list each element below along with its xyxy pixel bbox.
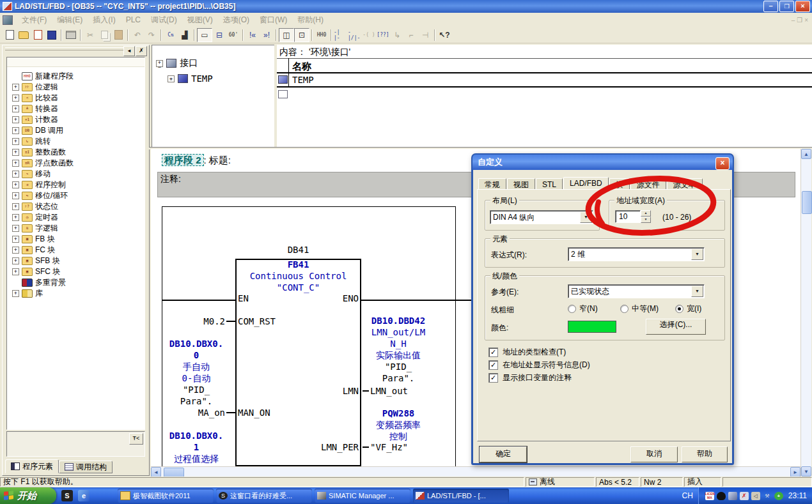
tree-item-status-bits[interactable]: ⊦?状态位 — [7, 201, 144, 212]
operand-text[interactable]: LMN_out — [370, 386, 408, 396]
expand-icon[interactable] — [12, 257, 19, 264]
interface-comment-checkbox[interactable]: 显示接口变量的注释 — [488, 372, 572, 383]
cut-icon[interactable]: ✂ — [83, 29, 97, 42]
pin-lmn-per[interactable]: LMN_PER — [302, 442, 359, 452]
network-tray-icon[interactable] — [728, 492, 737, 500]
name-column-header[interactable]: 名称 — [292, 61, 311, 73]
tree-item-fb-blocks[interactable]: ▣FB 块 — [7, 234, 144, 245]
tree-item-sfb-blocks[interactable]: ▣SFB 块 — [7, 256, 144, 266]
connector-icon[interactable]: ⊣ — [418, 29, 432, 42]
tab-call-structure[interactable]: 调用结构 — [59, 461, 113, 473]
expand-icon[interactable] — [12, 214, 19, 221]
pin-com-rst[interactable]: COM_RST — [238, 316, 276, 326]
expand-icon[interactable] — [12, 84, 19, 91]
tree-item-timers[interactable]: ◷定时器 — [7, 212, 144, 223]
tree-item-program-control[interactable]: ⇉程序控制 — [7, 179, 144, 190]
menu-insert[interactable]: 插入(I) — [88, 13, 120, 27]
spin-down-icon[interactable]: ▼ — [641, 217, 651, 223]
interface-root-row[interactable]: − 接口 — [156, 57, 275, 70]
save-source-icon[interactable] — [31, 29, 45, 42]
tree-item-counter[interactable]: +1计数器 — [7, 114, 144, 125]
operand-text[interactable]: "VF_Hz" — [370, 442, 408, 452]
expand-icon[interactable] — [12, 268, 19, 275]
open-branch-icon[interactable]: ↳ — [390, 29, 404, 42]
menu-debug[interactable]: 调试(D) — [146, 13, 182, 27]
palette-close-icon[interactable]: ✗ — [136, 46, 147, 56]
collapse-icon[interactable]: − — [156, 60, 163, 67]
taskbar-item-simatic-manager[interactable]: SIMATIC Manager ... — [315, 489, 410, 503]
tree-item-libraries[interactable]: 库 — [7, 288, 144, 299]
expand-icon[interactable] — [12, 247, 19, 254]
tools-tray-icon[interactable]: ⚒ — [763, 492, 772, 500]
tree-item-integer-math[interactable]: ±I整数函数 — [7, 147, 144, 158]
close-branch-icon[interactable]: ⌐ — [404, 29, 418, 42]
tab-lad-fbd[interactable]: LAD/FBD — [563, 177, 609, 190]
menu-view[interactable]: 视图(V) — [182, 13, 218, 27]
tree-item-move[interactable]: ↷移动 — [7, 169, 144, 179]
color-swatch[interactable] — [568, 321, 616, 333]
check-blocks-icon[interactable]: C⇅ — [164, 29, 178, 42]
language-indicator[interactable]: CH — [677, 491, 698, 500]
menu-window[interactable]: 窗口(W) — [254, 13, 292, 27]
horizontal-scrollbar[interactable]: ◄ ► — [151, 466, 800, 477]
checkbox-checked-icon[interactable] — [488, 347, 498, 357]
tree-item-new-network[interactable]: HH0新建程序段 — [7, 71, 144, 82]
redo-icon[interactable]: ↷ — [144, 29, 159, 42]
quicklaunch-s-icon[interactable]: S — [61, 490, 73, 501]
db-instance-label[interactable]: DB41 — [235, 245, 361, 255]
network-label[interactable]: 程序段 2 — [162, 154, 204, 166]
tree-item-converter[interactable]: ≙转换器 — [7, 103, 144, 114]
tree-item-sfc-blocks[interactable]: ▣SFC 块 — [7, 266, 144, 277]
expand-icon[interactable] — [12, 236, 19, 243]
pin-en[interactable]: EN — [238, 293, 249, 303]
qq-tray-icon[interactable] — [717, 492, 726, 500]
expand-icon[interactable] — [12, 127, 19, 134]
symbol-info-checkbox[interactable]: 在地址处显示符号信息(D) — [488, 360, 590, 370]
taskbar-item-screenshot-app[interactable]: 极智截图软件2011 — [118, 489, 214, 503]
radio-wide[interactable]: 宽(I) — [675, 303, 701, 314]
menu-help[interactable]: 帮助(H) — [292, 13, 329, 27]
scroll-down-icon[interactable]: ▼ — [801, 466, 811, 477]
tree-item-bit-logic[interactable]: ⊦⊦位逻辑 — [7, 82, 144, 93]
next-error-icon[interactable]: »! — [260, 29, 274, 42]
taskbar-item-lad-stl-fbd[interactable]: LAD/STL/FBD - [... — [413, 489, 509, 503]
expand-icon[interactable] — [12, 95, 19, 102]
reference-combobox[interactable]: 已实现状态 ▼ — [568, 284, 705, 298]
expand-icon[interactable] — [12, 203, 19, 210]
dialog-close-icon[interactable]: × — [715, 157, 730, 170]
empty-row-icon[interactable] — [278, 90, 288, 98]
type-check-checkbox[interactable]: 地址的类型检查(T) — [488, 347, 566, 358]
operand-m02[interactable]: M0.2 — [157, 316, 225, 326]
expand-icon[interactable] — [12, 225, 19, 232]
tree-item-shift-rotate[interactable]: ⇋移位/循环 — [7, 190, 144, 201]
vertical-scroll-thumb[interactable] — [802, 191, 812, 214]
expand-icon[interactable] — [12, 192, 19, 199]
taskbar-item-browser[interactable]: S 这窗口看的好难受... — [216, 489, 312, 503]
tab-program-elements[interactable]: 程序元素 — [5, 459, 59, 473]
help-button[interactable]: 帮助 — [682, 447, 728, 462]
expand-icon[interactable] — [12, 116, 19, 123]
vertical-scrollbar[interactable]: ▲ ▼ — [800, 149, 811, 477]
license-tray-icon[interactable]: LICENMA — [705, 492, 714, 500]
audio-muted-tray-icon[interactable]: ✗ — [740, 492, 749, 500]
scroll-left-icon[interactable]: ◄ — [151, 467, 161, 477]
security-tray-icon[interactable]: + — [774, 492, 783, 500]
pin-man-on[interactable]: MAN_ON — [238, 408, 270, 418]
expand-icon[interactable] — [12, 160, 19, 167]
pin-eno[interactable]: ENO — [302, 293, 359, 303]
menu-options[interactable]: 选项(O) — [218, 13, 254, 27]
expand-icon[interactable] — [12, 171, 19, 178]
palette-grip[interactable] — [5, 47, 127, 50]
expression-combobox[interactable]: 2 维 ▼ — [568, 247, 705, 261]
connection-icon[interactable]: ⊟ — [212, 29, 226, 42]
tree-item-word-logic[interactable]: ≋字逻辑 — [7, 223, 144, 234]
ok-button[interactable]: 确定 — [480, 447, 527, 462]
expand-icon[interactable] — [12, 181, 19, 188]
radio-narrow[interactable]: 窄(N) — [568, 303, 598, 314]
menu-plc[interactable]: PLC — [121, 14, 146, 26]
checkbox-checked-icon[interactable] — [488, 360, 498, 370]
scroll-right-icon[interactable]: ► — [790, 467, 800, 477]
menu-file[interactable]: 文件(F) — [17, 13, 52, 27]
tree-item-fc-blocks[interactable]: ▣FC 块 — [7, 245, 144, 256]
empty-box-icon[interactable]: [??] — [376, 29, 390, 42]
